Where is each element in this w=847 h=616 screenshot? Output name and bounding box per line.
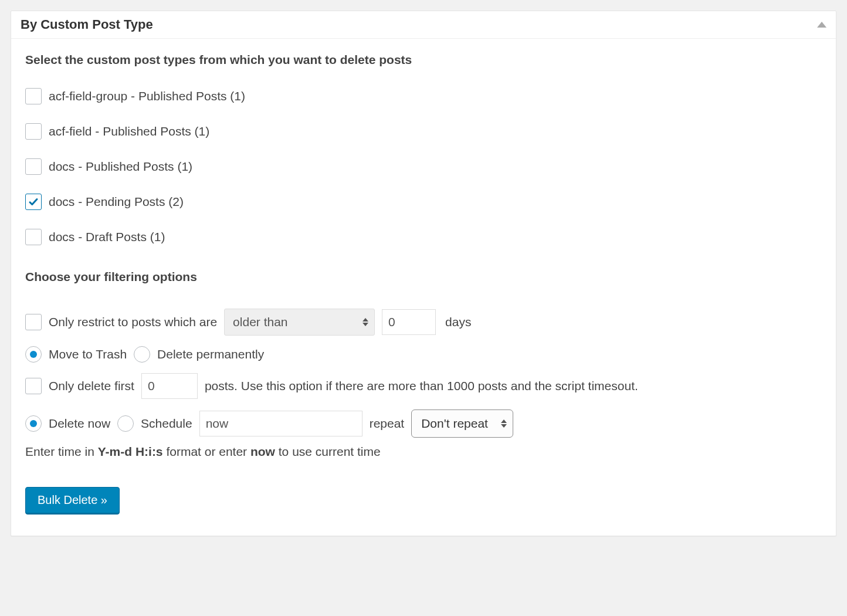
repeat-select[interactable]: Don't repeat bbox=[411, 409, 513, 438]
cpt-checkbox[interactable] bbox=[25, 158, 42, 175]
repeat-value: Don't repeat bbox=[421, 417, 488, 431]
limit-count-input[interactable] bbox=[141, 373, 198, 399]
delete-mode-row: Move to Trash Delete permanently bbox=[25, 346, 822, 363]
schedule-row: Delete now Schedule repeat Don't repeat bbox=[25, 409, 822, 438]
hint-text: format or enter bbox=[163, 445, 250, 458]
bulk-delete-button[interactable]: Bulk Delete » bbox=[25, 487, 120, 515]
restrict-label: Only restrict to posts which are bbox=[49, 314, 217, 329]
cpt-item: acf-field-group - Published Posts (1) bbox=[25, 88, 822, 104]
cpt-item: docs - Pending Posts (2) bbox=[25, 194, 822, 210]
restrict-operator-select[interactable]: older than bbox=[224, 309, 375, 336]
hint-now-bold: now bbox=[250, 445, 275, 458]
schedule-radio[interactable] bbox=[117, 415, 134, 432]
limit-label-pre: Only delete first bbox=[49, 378, 134, 393]
delete-permanently-radio[interactable] bbox=[134, 346, 150, 363]
cpt-label: docs - Published Posts (1) bbox=[49, 159, 192, 174]
move-to-trash-radio[interactable] bbox=[25, 346, 42, 363]
cpt-label: acf-field-group - Published Posts (1) bbox=[49, 89, 245, 103]
limit-checkbox[interactable] bbox=[25, 378, 42, 394]
select-types-heading: Select the custom post types from which … bbox=[25, 53, 822, 67]
panel-by-custom-post-type: By Custom Post Type Select the custom po… bbox=[11, 11, 836, 536]
hint-format-bold: Y-m-d H:i:s bbox=[98, 445, 163, 458]
cpt-label: docs - Draft Posts (1) bbox=[49, 229, 165, 244]
select-arrows-icon bbox=[362, 318, 368, 326]
select-arrows-icon bbox=[501, 419, 507, 428]
schedule-label: Schedule bbox=[141, 416, 192, 431]
cpt-item: acf-field - Published Posts (1) bbox=[25, 123, 822, 140]
cpt-label: acf-field - Published Posts (1) bbox=[49, 124, 209, 138]
cpt-checkbox[interactable] bbox=[25, 88, 42, 104]
delete-now-label: Delete now bbox=[49, 416, 110, 431]
restrict-days-input[interactable] bbox=[382, 309, 436, 335]
cpt-checkbox[interactable] bbox=[25, 123, 42, 140]
cpt-item: docs - Published Posts (1) bbox=[25, 158, 822, 175]
schedule-hint: Enter time in Y-m-d H:i:s format or ente… bbox=[25, 445, 822, 459]
hint-text: Enter time in bbox=[25, 445, 98, 458]
filter-options-heading: Choose your filtering options bbox=[25, 270, 822, 284]
collapse-toggle-icon[interactable] bbox=[817, 22, 826, 28]
hint-text: to use current time bbox=[275, 445, 381, 458]
cpt-item: docs - Draft Posts (1) bbox=[25, 229, 822, 245]
cpt-label: docs - Pending Posts (2) bbox=[49, 194, 184, 209]
restrict-checkbox[interactable] bbox=[25, 314, 42, 330]
cpt-checkbox[interactable] bbox=[25, 229, 42, 245]
limit-row: Only delete first posts. Use this option… bbox=[25, 373, 822, 399]
panel-body: Select the custom post types from which … bbox=[11, 39, 836, 536]
repeat-label: repeat bbox=[370, 416, 405, 431]
restrict-operator-value: older than bbox=[233, 315, 287, 329]
filter-options: Only restrict to posts which are older t… bbox=[25, 309, 822, 459]
cpt-list: acf-field-group - Published Posts (1) ac… bbox=[25, 88, 822, 245]
restrict-row: Only restrict to posts which are older t… bbox=[25, 309, 822, 336]
panel-title: By Custom Post Type bbox=[21, 17, 153, 32]
limit-label-post: posts. Use this option if there are more… bbox=[205, 378, 638, 393]
schedule-time-input[interactable] bbox=[199, 411, 362, 436]
delete-now-radio[interactable] bbox=[25, 415, 42, 432]
move-to-trash-label: Move to Trash bbox=[49, 347, 127, 361]
restrict-unit: days bbox=[445, 314, 471, 329]
panel-header: By Custom Post Type bbox=[11, 11, 836, 39]
cpt-checkbox[interactable] bbox=[25, 194, 42, 210]
delete-permanently-label: Delete permanently bbox=[157, 347, 264, 361]
